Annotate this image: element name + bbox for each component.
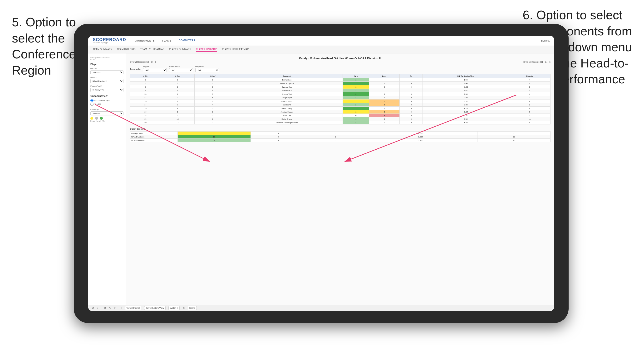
cell-diff: 1.50: [423, 78, 509, 82]
cell-win: 1: [343, 107, 369, 110]
table-row: 5 2 2 Alexis Sudjianto 1 0 0 4.00 3: [130, 82, 550, 85]
subnav-team-summary[interactable]: TEAM SUMMARY: [93, 47, 112, 52]
forward-icon[interactable]: ›: [101, 307, 102, 310]
cell-tie: 0: [307, 135, 364, 139]
subnav-player-summary[interactable]: PLAYER SUMMARY: [169, 47, 191, 52]
cell-div: 13: [130, 100, 161, 103]
cell-rounds: 2: [509, 100, 550, 103]
cell-loss: 1: [369, 121, 400, 124]
radio-opponents-played-input[interactable]: [90, 99, 94, 102]
radio-opponents-played[interactable]: Opponents Played: [90, 99, 124, 102]
cell-diff: 0.30: [423, 117, 509, 121]
radio-top100-input[interactable]: [90, 103, 94, 106]
back-icon[interactable]: ‹: [97, 307, 98, 310]
time-icon[interactable]: ⏱: [114, 307, 116, 310]
table-row: 9 1 4 Sharon Mun 1 3.67 3: [130, 89, 550, 92]
app-header: SCOREBOARD Powered by clippd TOURNAMENTS…: [88, 36, 554, 46]
subnav-team-h2h-heatmap[interactable]: TEAM H2H HEATMAP: [140, 47, 164, 52]
cell-win: 1: [178, 132, 251, 135]
settings-icon[interactable]: ⚙: [182, 307, 185, 310]
cell-reg: 11: [161, 121, 194, 124]
subnav-player-h2h-heatmap[interactable]: PLAYER H2H HEATMAP: [222, 47, 248, 52]
region-filter-select[interactable]: (All): [143, 68, 167, 72]
cell-loss: 0: [250, 132, 307, 135]
nav-teams[interactable]: TEAMS: [162, 38, 171, 43]
cell-rounds: 9: [509, 103, 550, 107]
watch-btn[interactable]: Watch ▾: [168, 306, 180, 310]
tablet-frame: SCOREBOARD Powered by clippd TOURNAMENTS…: [74, 24, 568, 323]
cell-opponent: NCAA Division 2: [130, 139, 178, 142]
table-row: 13 1 1 Jessica Huang 1 1 0 -3.00 2: [130, 100, 550, 103]
separator: |: [121, 307, 122, 309]
copy-icon[interactable]: ⧉: [104, 307, 106, 310]
nav-committee[interactable]: COMMITTEE: [179, 38, 196, 43]
colour-by-select[interactable]: Win/loss: [90, 111, 124, 115]
radio-top100-label: Top 100: [94, 103, 101, 105]
table-row: 10 6 3 Andrea York 2 0 0 4.00 4: [130, 92, 550, 96]
cell-loss: 1: [369, 100, 400, 103]
division-select[interactable]: NCAA Division III NCAA Division I NCAA D…: [90, 79, 124, 83]
division-record: Division Record: 331 - 34 - 6: [524, 61, 550, 63]
logo-subtext: Powered by clippd: [93, 42, 126, 44]
cell-opponent: NAIA Division 1: [130, 135, 178, 139]
cell-diff: 4.00: [423, 92, 509, 96]
cell-opponent: Jessica Huang: [231, 100, 343, 103]
cell-conf: 5: [194, 107, 231, 110]
share-btn[interactable]: Share: [188, 306, 197, 310]
cell-tie: 0: [400, 82, 422, 85]
save-custom-view-btn[interactable]: Save Custom View: [144, 306, 166, 310]
subnav-team-h2h-grid[interactable]: TEAM H2H GRID: [117, 47, 136, 52]
cell-conf: 4: [194, 103, 231, 107]
legend-up-label: Up: [102, 120, 105, 122]
player-rank-select[interactable]: 8. Katelyn Vo: [90, 88, 124, 92]
cell-div: 20: [130, 121, 161, 124]
table-row: 11 2 5 Heejo Hyun 1 0 0 3.33 3: [130, 96, 550, 100]
cell-win: 15: [178, 135, 251, 139]
cell-diff: 4.500: [364, 132, 478, 135]
nav-tournaments[interactable]: TOURNAMENTS: [133, 38, 155, 43]
cell-rounds: 3: [509, 89, 550, 92]
edit-icon[interactable]: ✎: [109, 307, 111, 310]
table-row: 3 3 1 Esther Lee 1 1.50 4: [130, 78, 550, 82]
col-opponent: Opponent: [231, 74, 343, 78]
undo-icon[interactable]: ↺: [92, 307, 94, 310]
cell-opponent: Heejo Hyun: [231, 96, 343, 100]
cell-conf: 3: [194, 92, 231, 96]
cell-tie: 0: [400, 107, 422, 110]
cell-win: 1: [343, 78, 369, 82]
cell-diff: 1.33: [423, 121, 509, 124]
cell-tie: 0: [400, 110, 422, 114]
legend-down: [90, 117, 93, 120]
cell-win: 1: [343, 96, 369, 100]
cell-diff: -3.00: [423, 100, 509, 103]
conference-filter-label: Conference: [169, 66, 193, 68]
cell-diff: -0.94: [423, 110, 509, 114]
col-diff: Diff Av Strokes/Rnd: [423, 74, 509, 78]
legend-down-label: Down: [90, 120, 95, 122]
radio-top100[interactable]: Top 100: [90, 103, 124, 106]
table-row: 6 3 3 Sydney Kuo 1 0 0 -1.00 3: [130, 85, 550, 89]
cell-conf: 1: [194, 100, 231, 103]
table-row: 16 3 6 Jessica Mason 1 2 0 -0.94 7: [130, 110, 550, 114]
cell-loss: 0: [250, 139, 307, 142]
cell-tie: 0: [307, 139, 364, 142]
cell-rounds: 10: [478, 139, 550, 142]
subnav-player-h2h-grid[interactable]: PLAYER H2H GRID: [196, 47, 217, 52]
cell-tie: [400, 89, 422, 92]
cell-conf: 3: [194, 85, 231, 89]
cell-win: 1: [343, 82, 369, 85]
sign-out[interactable]: Sign out: [541, 39, 550, 42]
cell-conf: 4: [194, 89, 231, 92]
cell-opponent: Esther Lee: [231, 78, 343, 82]
view-original-btn[interactable]: View: Original: [125, 306, 141, 310]
cell-opponent: Euna Lee: [231, 114, 343, 117]
col-rounds: Rounds: [509, 74, 550, 78]
conference-filter-select[interactable]: (All): [169, 68, 193, 72]
cell-conf: 2: [194, 114, 231, 117]
gender-select[interactable]: Women's Men's: [90, 70, 124, 74]
region-filter-label: Region: [143, 66, 167, 68]
cell-reg: 3: [161, 85, 194, 89]
last-updated: Last Updated: 27/03/202409:34: [90, 57, 124, 60]
cell-rounds: 2: [478, 132, 550, 135]
opponent-filter-select[interactable]: (All): [195, 68, 219, 72]
